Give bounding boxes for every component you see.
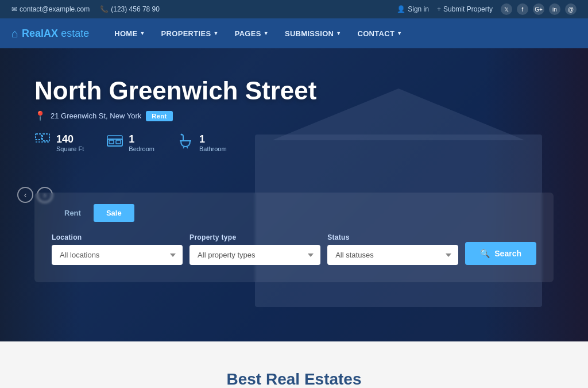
main-nav: ⌂ RealAX estate HOME ▼ PROPERTIES ▼ PAGE… [0,18,588,48]
property-title: North Greenwich Street [34,77,554,105]
nav-item-home[interactable]: HOME ▼ [106,18,153,48]
area-label: Square Ft [56,145,84,152]
top-bar: ✉ contact@example.com 📞 (123) 456 78 90 … [0,0,588,18]
svg-rect-5 [116,140,121,144]
signin-label: Sign in [408,5,429,13]
location-pin-icon: 📍 [34,110,46,121]
property-type-select[interactable]: All property types House Apartment Villa [189,245,320,265]
svg-line-8 [187,147,188,148]
nav-label-contact: CONTACT [357,29,394,38]
property-type-label: Property type [189,233,320,241]
nav-link-contact[interactable]: CONTACT ▼ [349,18,410,48]
email-icon: ✉ [11,5,17,13]
status-field: Status All statuses For Rent For Sale [327,233,458,265]
email-social-icon[interactable]: @ [565,3,577,15]
area-icon [34,133,51,152]
nav-link-submission[interactable]: SUBMISSION ▼ [277,18,350,48]
caret-pages: ▼ [264,30,269,36]
location-select[interactable]: All locations New York Los Angeles Chica… [52,245,183,265]
nav-label-pages: PAGES [235,29,261,38]
social-icons: 𝕏 f G+ in @ [501,3,577,15]
top-bar-left: ✉ contact@example.com 📞 (123) 456 78 90 [11,5,160,13]
plus-icon: + [437,5,441,13]
search-tabs: Rent Sale [52,204,536,222]
stat-area-info: 140 Square Ft [56,133,84,152]
best-real-estates-section: Best Real Estates Along with property ma… [0,341,588,388]
logo-text: RealAX estate [22,28,89,40]
location-label: Location [52,233,183,241]
search-form: Location All locations New York Los Ange… [52,233,536,265]
submit-property-link[interactable]: + Submit Property [437,5,493,13]
svg-rect-4 [109,140,114,144]
phone-icon: 📞 [100,5,109,13]
nav-link-home[interactable]: HOME ▼ [106,18,153,48]
phone-info: 📞 (123) 456 78 90 [100,5,160,13]
location-field: Location All locations New York Los Ange… [52,233,183,265]
svg-rect-1 [42,134,49,141]
signin-icon: 👤 [397,5,405,13]
stat-bedroom: 1 Bedroom [107,133,154,152]
svg-line-7 [183,147,184,148]
twitter-icon[interactable]: 𝕏 [501,3,512,15]
status-label: Status [327,233,458,241]
phone-text: (123) 456 78 90 [111,5,160,13]
nav-label-home: HOME [114,29,137,38]
stat-bathroom-info: 1 Bathroom [199,133,227,152]
search-section: Rent Sale Location All locations New Yor… [34,193,554,282]
caret-home: ▼ [140,30,145,36]
svg-rect-0 [36,134,41,140]
nav-item-contact[interactable]: CONTACT ▼ [349,18,410,48]
facebook-icon[interactable]: f [517,3,528,15]
area-value: 140 [56,133,84,145]
nav-logo: ⌂ RealAX estate [11,27,89,40]
property-type-field: Property type All property types House A… [189,233,320,265]
search-icon: 🔍 [480,249,490,258]
hero-content: North Greenwich Street 📍 21 Greenwich St… [0,48,588,193]
top-bar-right: 👤 Sign in + Submit Property 𝕏 f G+ in @ [397,3,577,15]
nav-menu: HOME ▼ PROPERTIES ▼ PAGES ▼ SUBMISSION ▼ [106,18,410,48]
nav-label-submission: SUBMISSION [285,29,334,38]
nav-link-properties[interactable]: PROPERTIES ▼ [153,18,227,48]
email-info: ✉ contact@example.com [11,5,90,13]
caret-submission: ▼ [336,30,341,36]
bathroom-icon [177,133,194,152]
caret-contact: ▼ [397,30,402,36]
property-stats: 140 Square Ft 1 Bedroom [34,133,554,152]
logo-icon: ⌂ [11,27,18,40]
nav-link-pages[interactable]: PAGES ▼ [227,18,277,48]
nav-label-properties: PROPERTIES [161,29,211,38]
bedroom-value: 1 [129,133,154,145]
linkedin-icon[interactable]: in [549,3,560,15]
status-select[interactable]: All statuses For Rent For Sale [327,245,458,265]
bedroom-icon [107,135,123,151]
tab-sale[interactable]: Sale [94,204,134,222]
bedroom-label: Bedroom [129,145,154,152]
email-text: contact@example.com [20,5,90,13]
bathroom-value: 1 [199,133,227,145]
nav-item-pages[interactable]: PAGES ▼ [227,18,277,48]
caret-properties: ▼ [213,30,218,36]
signin-link[interactable]: 👤 Sign in [397,5,429,13]
stat-bedroom-info: 1 Bedroom [129,133,154,152]
hero-section: ‹ › North Greenwich Street 📍 21 Greenwic… [0,48,588,341]
property-badge: Rent [146,111,172,121]
stat-area: 140 Square Ft [34,133,84,152]
property-location: 📍 21 Greenwich St, New York Rent [34,110,554,121]
section-title: Best Real Estates [11,370,577,388]
carousel-prev-button[interactable]: ‹ [17,187,33,203]
search-button-label: Search [494,249,521,258]
bathroom-label: Bathroom [199,145,227,152]
search-button[interactable]: 🔍 Search [465,242,536,265]
nav-item-submission[interactable]: SUBMISSION ▼ [277,18,350,48]
googleplus-icon[interactable]: G+ [533,3,544,15]
submit-label: Submit Property [443,5,493,13]
stat-bathroom: 1 Bathroom [177,133,227,152]
svg-point-6 [180,134,182,136]
tab-rent[interactable]: Rent [52,204,94,222]
nav-item-properties[interactable]: PROPERTIES ▼ [153,18,227,48]
property-address: 21 Greenwich St, New York [51,112,141,120]
